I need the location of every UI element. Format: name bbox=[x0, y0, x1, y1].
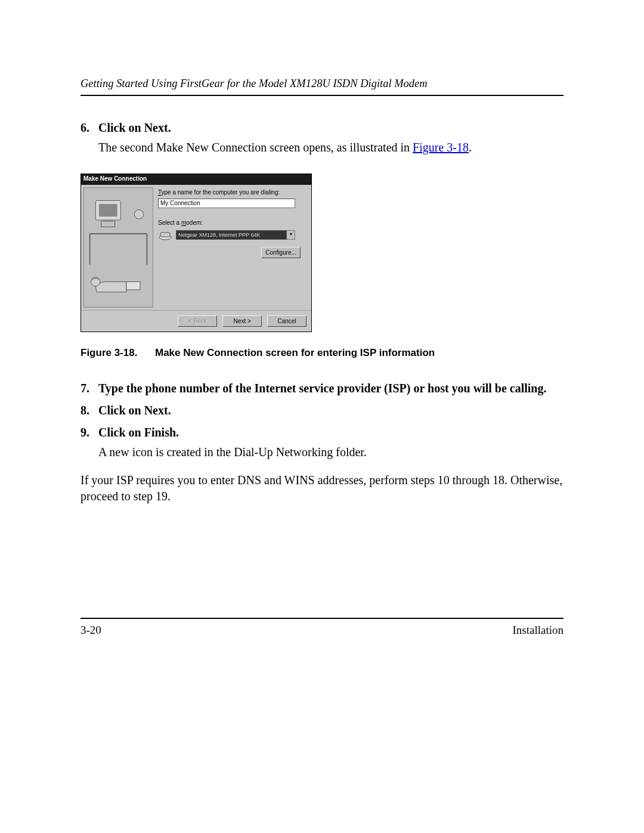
label-select-modem: Select a modem:Select a modem: bbox=[158, 219, 305, 227]
section-name: Installation bbox=[513, 624, 564, 637]
back-button: < Back bbox=[178, 315, 217, 327]
step-number: 6. bbox=[80, 120, 98, 136]
svg-rect-2 bbox=[99, 204, 117, 216]
step-body: A new icon is created in the Dial-Up Net… bbox=[98, 444, 564, 460]
modem-icon bbox=[158, 229, 172, 241]
running-header: Getting Started Using FirstGear for the … bbox=[80, 78, 564, 96]
caption-number: Figure 3-18. bbox=[80, 346, 155, 360]
step-title: Click on Next. bbox=[98, 404, 171, 417]
svg-point-9 bbox=[134, 210, 143, 219]
modem-selected: Netgear XM128, Internet PPP 64K bbox=[176, 230, 287, 240]
modem-combobox[interactable]: Netgear XM128, Internet PPP 64K ▾ bbox=[176, 230, 295, 240]
make-new-connection-dialog: Make New Connection bbox=[80, 174, 312, 332]
svg-rect-11 bbox=[160, 233, 170, 237]
step-7: 7.Type the phone number of the Internet … bbox=[80, 380, 564, 397]
body-text-post: . bbox=[469, 141, 472, 154]
page-footer: 3-20 Installation bbox=[80, 618, 564, 637]
next-button[interactable]: Next >Next > bbox=[222, 315, 262, 327]
paragraph: If your ISP requires you to enter DNS an… bbox=[80, 472, 564, 504]
svg-rect-7 bbox=[126, 282, 140, 290]
configure-button[interactable]: Configure...Configure... bbox=[261, 247, 301, 258]
connection-name-input[interactable] bbox=[158, 199, 295, 208]
dialog-footer: < Back Next >Next > Cancel bbox=[81, 310, 311, 332]
step-title: Click on Next. bbox=[98, 121, 171, 134]
figure-3-18: Make New Connection bbox=[80, 174, 564, 360]
cancel-button[interactable]: Cancel bbox=[267, 315, 306, 327]
chevron-down-icon[interactable]: ▾ bbox=[287, 230, 295, 240]
svg-rect-3 bbox=[101, 221, 115, 227]
wizard-art bbox=[83, 187, 153, 308]
body-text: The second Make New Connection screen op… bbox=[98, 141, 413, 154]
figure-link[interactable]: Figure 3-18 bbox=[413, 141, 469, 154]
step-9: 9.Click on Finish. A new icon is created… bbox=[80, 425, 564, 460]
step-6: 6.Click on Next. The second Make New Con… bbox=[80, 120, 564, 156]
dialog-titlebar: Make New Connection bbox=[81, 174, 311, 185]
figure-caption: Figure 3-18.Make New Connection screen f… bbox=[80, 346, 564, 360]
step-title: Click on Finish. bbox=[98, 426, 179, 439]
step-body: The second Make New Connection screen op… bbox=[98, 140, 564, 156]
caption-text: Make New Connection screen for entering … bbox=[155, 347, 435, 358]
step-number: 8. bbox=[80, 402, 98, 419]
step-number: 7. bbox=[80, 380, 98, 397]
step-8: 8.Click on Next. bbox=[80, 402, 564, 419]
step-title: Type the phone number of the Internet se… bbox=[98, 382, 546, 395]
step-number: 9. bbox=[80, 425, 98, 441]
label-type-name: TType a name for the computer you are di… bbox=[158, 188, 305, 197]
page-number: 3-20 bbox=[80, 624, 101, 637]
